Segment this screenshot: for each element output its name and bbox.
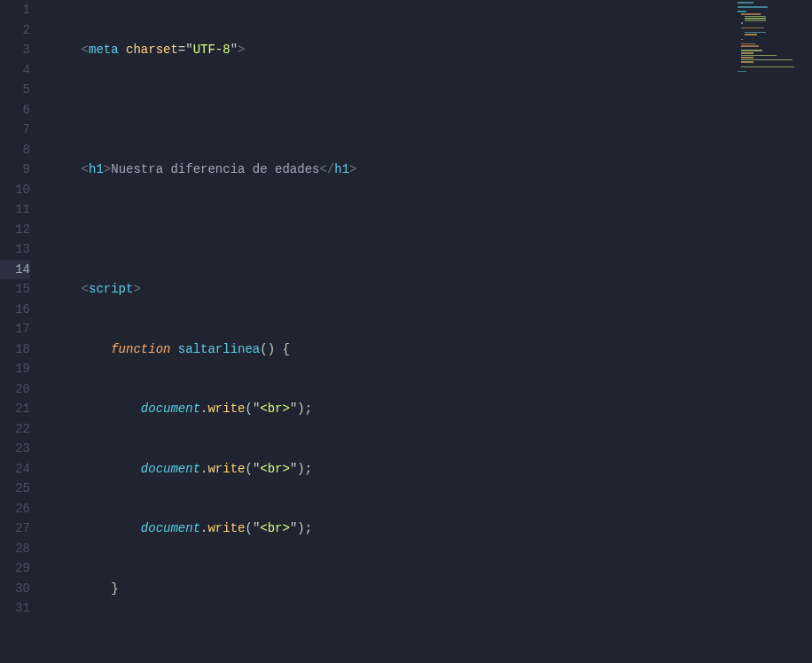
line-number: 6 [0, 100, 30, 121]
code-line[interactable] [44, 220, 812, 240]
line-number: 30 [0, 579, 30, 599]
line-number: 23 [0, 439, 30, 459]
code-line[interactable]: function saltarlinea() { [44, 339, 812, 360]
line-number-current: 14 [0, 260, 30, 280]
code-line[interactable] [44, 638, 812, 659]
line-number: 1 [0, 0, 30, 20]
line-number: 22 [0, 419, 30, 440]
line-number: 8 [0, 140, 30, 160]
line-number: 24 [0, 459, 30, 480]
line-number: 18 [0, 339, 30, 360]
line-number: 12 [0, 220, 30, 240]
line-number: 20 [0, 379, 30, 400]
line-number: 4 [0, 60, 30, 81]
line-number: 15 [0, 279, 30, 300]
line-number: 7 [0, 120, 30, 140]
code-editor[interactable]: 1 2 3 4 5 6 7 8 9 10 11 12 13 14 15 16 1… [0, 0, 812, 663]
line-number: 3 [0, 40, 30, 60]
line-number: 10 [0, 180, 30, 200]
line-number: 5 [0, 80, 30, 100]
line-number-gutter: 1 2 3 4 5 6 7 8 9 10 11 12 13 14 15 16 1… [0, 0, 44, 663]
code-line[interactable]: document.write("<br>"); [44, 399, 812, 419]
code-line[interactable]: <h1>Nuestra diferencia de edades</h1> [44, 160, 812, 180]
line-number: 11 [0, 199, 30, 220]
code-area[interactable]: <meta charset="UTF-8"> <h1>Nuestra difer… [44, 0, 812, 663]
code-line[interactable]: } [44, 579, 812, 599]
line-number: 2 [0, 20, 30, 41]
code-line[interactable]: <meta charset="UTF-8"> [44, 40, 812, 60]
code-line[interactable] [44, 100, 812, 121]
line-number: 29 [0, 558, 30, 579]
line-number: 28 [0, 539, 30, 559]
code-line[interactable]: document.write("<br>"); [44, 519, 812, 539]
line-number: 27 [0, 519, 30, 539]
line-number: 26 [0, 499, 30, 519]
line-number: 21 [0, 399, 30, 419]
line-number: 9 [0, 160, 30, 180]
line-number: 17 [0, 319, 30, 339]
line-number: 19 [0, 359, 30, 379]
line-number: 25 [0, 479, 30, 499]
line-number: 31 [0, 598, 30, 619]
code-line[interactable]: document.write("<br>"); [44, 459, 812, 480]
code-line[interactable]: <script> [44, 279, 812, 300]
line-number: 13 [0, 239, 30, 260]
line-number: 16 [0, 300, 30, 320]
